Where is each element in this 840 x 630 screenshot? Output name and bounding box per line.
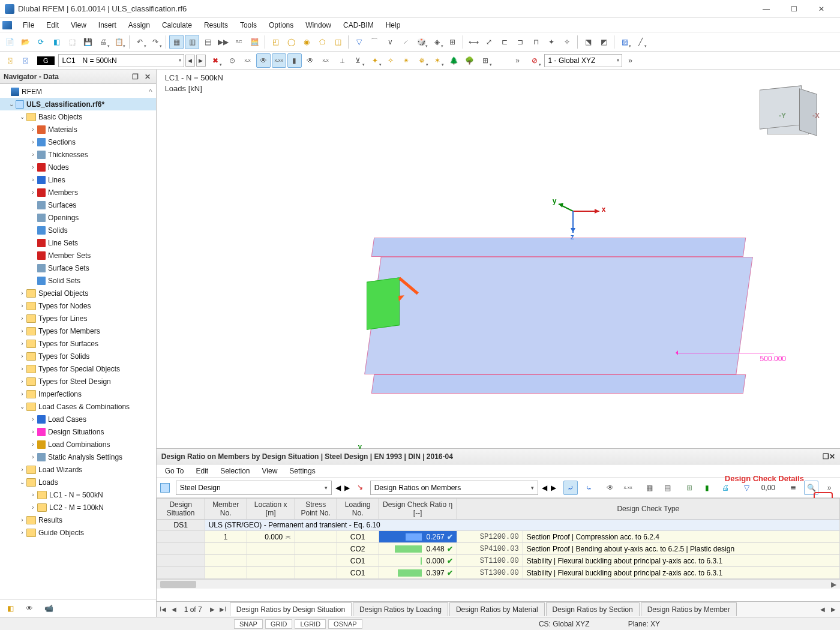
clear-icon[interactable]: ⊘: [527, 53, 542, 68]
tree-item[interactable]: Surfaces: [0, 199, 156, 211]
res-menu-goto[interactable]: Go To: [159, 466, 190, 476]
tabs-prev-button[interactable]: ◀: [817, 604, 828, 616]
select-rect-icon[interactable]: ◰: [268, 35, 283, 49]
clipboard-icon[interactable]: 📋: [112, 35, 126, 49]
results-tab[interactable]: Design Ratios by Loading: [353, 602, 448, 616]
vis-xx-icon[interactable]: x.x: [319, 53, 333, 68]
lc-prev-button[interactable]: ◀: [185, 55, 195, 67]
tree-item[interactable]: › Static Analysis Settings: [0, 451, 156, 463]
tree-loads[interactable]: ⌄ Loads: [0, 476, 156, 488]
results-close-button[interactable]: ✕: [829, 452, 835, 461]
page-prev-button[interactable]: ◀: [169, 604, 179, 616]
menu-assign[interactable]: Assign: [122, 19, 156, 31]
script-icon[interactable]: SC: [232, 35, 246, 49]
undo-icon[interactable]: ↶: [133, 35, 147, 49]
tabs-next-button[interactable]: ▶: [828, 604, 839, 616]
results-float-button[interactable]: ❐: [823, 452, 829, 461]
col-type[interactable]: Design Check Type: [457, 499, 839, 520]
result-prev-button[interactable]: ◀: [542, 484, 547, 492]
clip-1-icon[interactable]: ⌒: [367, 35, 382, 49]
tree-item[interactable]: Solids: [0, 224, 156, 236]
menu-options[interactable]: Options: [263, 19, 299, 31]
minimize-button[interactable]: —: [752, 0, 780, 18]
support-1-icon[interactable]: ⟂: [335, 53, 350, 68]
res-color-icon[interactable]: ▮: [700, 481, 715, 495]
tree-item[interactable]: Surface Sets: [0, 262, 156, 274]
res-sync-2-icon[interactable]: ⤿: [581, 481, 596, 495]
tree-folder[interactable]: › Types for Lines: [0, 312, 156, 325]
calc-icon[interactable]: 🧮: [247, 35, 262, 49]
vis-load-icon[interactable]: 👁: [256, 53, 271, 68]
tree-folder[interactable]: › Types for Special Objects: [0, 362, 156, 375]
vis-num-icon[interactable]: x.x: [241, 53, 255, 68]
res-filter-icon[interactable]: ▽: [740, 481, 754, 495]
dim-7-icon[interactable]: ✧: [560, 35, 574, 49]
clip-3-icon[interactable]: ⟋: [398, 35, 413, 49]
tree-folder[interactable]: › Guide Objects: [0, 526, 156, 539]
table-row[interactable]: CO2 0.448✔ SP4100.03 Section Proof | Ben…: [157, 543, 839, 555]
res-table-2-icon[interactable]: ▤: [661, 481, 675, 495]
module-combo[interactable]: Steel Design: [176, 481, 332, 495]
tree-item[interactable]: › Nodes: [0, 161, 156, 173]
tree-item[interactable]: › LC1 - N = 500kN: [0, 488, 156, 501]
cs-combo[interactable]: 1 - Global XYZ: [544, 54, 622, 67]
lc-icon-2[interactable]: ⍃: [18, 53, 32, 68]
results-hscroll[interactable]: ▶: [157, 579, 840, 589]
page-last-button[interactable]: ▶I: [218, 604, 229, 616]
menu-insert[interactable]: Insert: [92, 19, 122, 31]
navigator-float-button[interactable]: ❐: [131, 72, 140, 82]
tree-file[interactable]: ⌄ ULS_classification.rf6*: [0, 98, 156, 110]
refresh-icon[interactable]: ⟳: [34, 35, 48, 49]
tree-item[interactable]: › Load Cases: [0, 413, 156, 425]
status-snap[interactable]: SNAP: [234, 619, 263, 629]
tree-item[interactable]: › Members: [0, 186, 156, 199]
misc-2-icon[interactable]: ⊞: [445, 35, 460, 49]
result-type-combo[interactable]: Design Ratios on Members: [370, 481, 538, 495]
navigator-close-button[interactable]: ✕: [143, 72, 152, 82]
select-poly-icon[interactable]: ⬠: [315, 35, 329, 49]
filter-icon[interactable]: ▽: [352, 35, 366, 49]
design-check-details-button[interactable]: 🔍: [804, 481, 818, 495]
view-1-icon[interactable]: ⬔: [581, 35, 595, 49]
module-next-button[interactable]: ▶: [344, 484, 350, 492]
table-row[interactable]: CO1 0.397✔ ST1300.00 Stability | Flexura…: [157, 567, 839, 579]
dim-5-icon[interactable]: ⊓: [529, 35, 543, 49]
tree-item[interactable]: › Load Combinations: [0, 438, 156, 451]
results-tab[interactable]: Design Ratios by Section: [546, 602, 640, 616]
tree-2-icon[interactable]: 🌳: [463, 53, 477, 68]
res-menu-selection[interactable]: Selection: [214, 466, 256, 476]
tree-basic-objects[interactable]: ⌄ Basic Objects: [0, 110, 156, 123]
tree-item[interactable]: › Sections: [0, 136, 156, 148]
star-3-icon[interactable]: ✴: [399, 53, 413, 68]
res-sync-1-icon[interactable]: ⤾: [563, 481, 578, 495]
render-icon[interactable]: ▨: [617, 35, 632, 49]
col-x[interactable]: Location x [m]: [247, 499, 295, 520]
tree-item[interactable]: › Lines: [0, 173, 156, 186]
status-lgrid[interactable]: LGRID: [295, 619, 326, 629]
view-2-icon[interactable]: ◩: [596, 35, 611, 49]
menu-calculate[interactable]: Calculate: [156, 19, 198, 31]
tree-folder[interactable]: › Types for Members: [0, 325, 156, 337]
table-row[interactable]: CO1 0.000✔ ST1100.00 Stability | Flexura…: [157, 555, 839, 567]
res-eye-icon[interactable]: 👁: [603, 481, 617, 495]
tree-item[interactable]: › LC2 - M = 100kN: [0, 501, 156, 514]
res-export-icon[interactable]: ⊞: [682, 481, 697, 495]
vis-eye-icon[interactable]: 👁: [303, 53, 317, 68]
block-icon[interactable]: ⬚: [65, 35, 79, 49]
misc-1-icon[interactable]: ◈: [430, 35, 444, 49]
star-1-icon[interactable]: ✦: [368, 53, 382, 68]
col-loading[interactable]: Loading No.: [337, 499, 379, 520]
res-xx-icon[interactable]: x.xx: [621, 481, 635, 495]
tree-item[interactable]: › Thicknesses: [0, 148, 156, 161]
select-circle-icon[interactable]: ◉: [299, 35, 314, 49]
tree-folder[interactable]: › Types for Solids: [0, 350, 156, 362]
menu-cadbim[interactable]: CAD-BIM: [337, 19, 380, 31]
select-all-icon[interactable]: ◫: [331, 35, 345, 49]
menu-window[interactable]: Window: [299, 19, 337, 31]
col-member[interactable]: Member No.: [205, 499, 247, 520]
vis-section-icon[interactable]: ▮: [287, 53, 302, 68]
res-menu-view[interactable]: View: [256, 466, 284, 476]
tree-folder[interactable]: › Special Objects: [0, 287, 156, 299]
menu-view[interactable]: View: [65, 19, 92, 31]
menu-results[interactable]: Results: [198, 19, 234, 31]
